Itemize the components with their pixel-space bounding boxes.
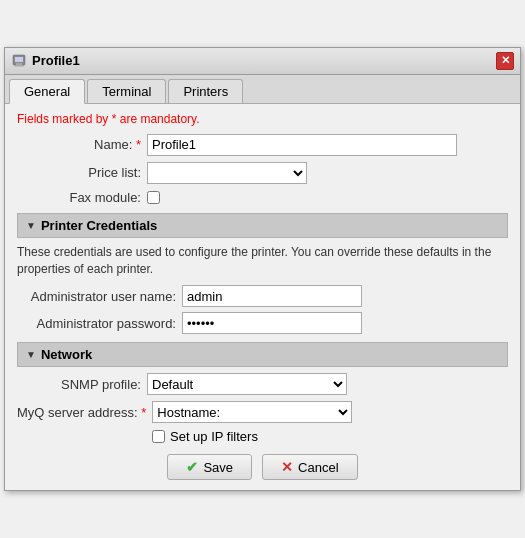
close-button[interactable]: ✕ [496,52,514,70]
network-triangle: ▼ [26,349,36,360]
ip-filters-label: Set up IP filters [170,429,258,444]
fax-module-checkbox-wrapper [147,191,160,204]
snmp-row: SNMP profile: Default [17,373,508,395]
window-title: Profile1 [32,53,80,68]
tabs-bar: General Terminal Printers [5,75,520,104]
admin-user-label: Administrator user name: [17,289,182,304]
cancel-x-icon: ✕ [281,459,293,475]
myq-label: MyQ server address: * [17,405,152,420]
save-check-icon: ✔ [186,459,198,475]
fax-module-row: Fax module: [17,190,508,205]
admin-pass-input[interactable] [182,312,362,334]
admin-user-row: Administrator user name: [17,285,508,307]
app-icon [11,53,27,69]
myq-select[interactable]: Hostname: [152,401,352,423]
printer-credentials-title: Printer Credentials [41,218,157,233]
mandatory-text2: are mandatory. [116,112,199,126]
printer-credentials-triangle: ▼ [26,220,36,231]
price-list-select[interactable] [147,162,307,184]
tab-content: Fields marked by * are mandatory. Name: … [5,104,520,491]
name-input[interactable] [147,134,457,156]
tab-printers[interactable]: Printers [168,79,243,103]
admin-pass-row: Administrator password: [17,312,508,334]
svg-rect-1 [15,57,23,62]
svg-rect-3 [14,65,24,67]
admin-user-input[interactable] [182,285,362,307]
ip-filters-row: Set up IP filters [152,429,508,444]
printer-credentials-desc: These credentials are used to configure … [17,244,508,278]
name-label: Name: * [17,137,147,152]
printer-credentials-section: ▼ Printer Credentials [17,213,508,238]
tab-terminal[interactable]: Terminal [87,79,166,103]
ip-filters-checkbox[interactable] [152,430,165,443]
price-list-label: Price list: [17,165,147,180]
main-window: Profile1 ✕ General Terminal Printers Fie… [4,47,521,492]
snmp-label: SNMP profile: [17,377,147,392]
name-row: Name: * [17,134,508,156]
cancel-label: Cancel [298,460,338,475]
fax-module-checkbox[interactable] [147,191,160,204]
myq-row: MyQ server address: * Hostname: [17,401,508,423]
price-list-row: Price list: [17,162,508,184]
save-label: Save [203,460,233,475]
mandatory-text1: Fields marked by [17,112,112,126]
snmp-select[interactable]: Default [147,373,347,395]
network-title: Network [41,347,92,362]
network-section: ▼ Network [17,342,508,367]
cancel-button[interactable]: ✕ Cancel [262,454,357,480]
svg-rect-2 [16,63,22,65]
tab-general[interactable]: General [9,79,85,104]
mandatory-note: Fields marked by * are mandatory. [17,112,508,126]
admin-pass-label: Administrator password: [17,316,182,331]
fax-module-label: Fax module: [17,190,147,205]
buttons-row: ✔ Save ✕ Cancel [17,454,508,480]
titlebar-left: Profile1 [11,53,80,69]
save-button[interactable]: ✔ Save [167,454,252,480]
titlebar: Profile1 ✕ [5,48,520,75]
